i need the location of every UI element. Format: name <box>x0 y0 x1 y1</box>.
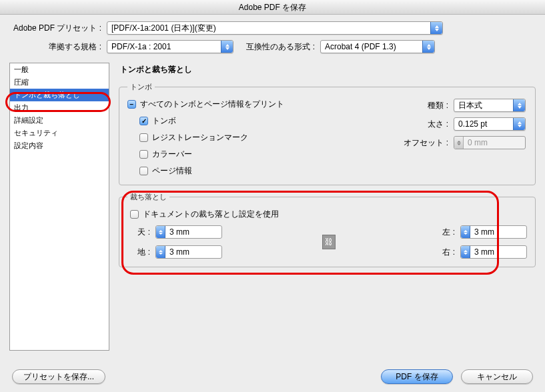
bleed-group: 裁ち落とし ドキュメントの裁ち落とし設定を使用 天 : 3 mm ⛓ 左 : 3… <box>119 192 536 267</box>
sidebar-item-output[interactable]: 出力 <box>10 101 109 114</box>
colorbars-checkbox[interactable] <box>139 150 148 159</box>
print-all-label: すべてのトンボとページ情報をプリント <box>140 99 284 110</box>
bleed-bottom-field[interactable]: 3 mm <box>155 245 222 259</box>
registration-label: レジストレーションマーク <box>152 132 248 143</box>
compat-value: Acrobat 4 (PDF 1.3) <box>321 42 422 51</box>
mark-weight-label: 太さ : <box>404 119 448 130</box>
standard-value: PDF/X-1a : 2001 <box>107 42 221 51</box>
preset-value: [PDF/X-1a:2001 (日本)](変更) <box>107 23 430 34</box>
bleed-top-label: 天 : <box>130 227 150 238</box>
stepper-icon <box>156 226 165 238</box>
standard-label: 準拠する規格 : <box>0 41 107 53</box>
mark-offset-field: 0 mm <box>454 136 526 149</box>
bleed-top-value: 3 mm <box>165 227 203 237</box>
colorbars-label: カラーバー <box>152 149 192 160</box>
bleed-left-field[interactable]: 3 mm <box>460 225 527 239</box>
sidebar-item-marks-bleeds[interactable]: トンボと裁ち落とし <box>10 89 109 101</box>
updown-icon <box>221 41 233 53</box>
mark-offset-label: オフセット : <box>404 137 448 149</box>
mark-weight-value: 0.125 pt <box>454 119 513 129</box>
bleed-top-field[interactable]: 3 mm <box>155 225 222 239</box>
bleed-legend: 裁ち落とし <box>127 192 169 202</box>
preset-dropdown[interactable]: [PDF/X-1a:2001 (日本)](変更) <box>107 21 443 35</box>
bleed-right-label: 右 : <box>435 247 455 258</box>
window-title: Adobe PDF を保存 <box>0 0 545 15</box>
mark-offset-value: 0 mm <box>464 138 501 147</box>
pageinfo-label: ページ情報 <box>152 165 192 177</box>
cancel-button[interactable]: キャンセル <box>461 369 533 384</box>
bleed-left-value: 3 mm <box>470 227 508 237</box>
use-doc-bleed-checkbox[interactable] <box>130 210 139 219</box>
link-icon[interactable]: ⛓ <box>322 235 336 249</box>
bleed-right-value: 3 mm <box>470 247 508 257</box>
category-sidebar[interactable]: 一般 圧縮 トンボと裁ち落とし 出力 詳細設定 セキュリティ 設定内容 <box>9 63 109 351</box>
use-doc-bleed-label: ドキュメントの裁ち落とし設定を使用 <box>143 209 279 220</box>
bleed-bottom-label: 地 : <box>130 247 150 258</box>
mark-type-dropdown[interactable]: 日本式 <box>454 99 526 112</box>
marks-group: トンボ すべてのトンボとページ情報をプリント トンボ レジストレーションマーク … <box>119 82 536 185</box>
updown-icon <box>422 41 434 53</box>
print-all-checkbox[interactable] <box>127 100 136 109</box>
panel-heading: トンボと裁ち落とし <box>120 64 536 75</box>
mark-weight-dropdown[interactable]: 0.125 pt <box>454 117 526 131</box>
mark-type-value: 日本式 <box>454 100 513 111</box>
stepper-icon <box>454 137 464 149</box>
stepper-icon <box>156 246 165 258</box>
sidebar-item-summary[interactable]: 設定内容 <box>10 139 109 152</box>
save-preset-button[interactable]: プリセットを保存... <box>12 369 105 384</box>
mark-type-label: 種類 : <box>404 100 448 111</box>
updown-icon <box>513 118 525 130</box>
updown-icon <box>513 99 525 111</box>
sidebar-item-general[interactable]: 一般 <box>10 63 109 76</box>
bleed-bottom-value: 3 mm <box>165 247 203 257</box>
sidebar-item-compression[interactable]: 圧縮 <box>10 76 109 89</box>
compat-label: 互換性のある形式 : <box>233 41 320 53</box>
sidebar-item-advanced[interactable]: 詳細設定 <box>10 114 109 127</box>
registration-checkbox[interactable] <box>139 133 148 142</box>
bleed-left-label: 左 : <box>435 227 455 238</box>
trim-checkbox[interactable] <box>139 117 148 125</box>
bleed-right-field[interactable]: 3 mm <box>460 245 527 259</box>
save-pdf-button[interactable]: PDF を保存 <box>381 369 453 384</box>
standard-dropdown[interactable]: PDF/X-1a : 2001 <box>107 40 233 53</box>
updown-icon <box>430 22 442 34</box>
trim-label: トンボ <box>152 115 176 127</box>
preset-label: Adobe PDF プリセット : <box>0 23 107 34</box>
compat-dropdown[interactable]: Acrobat 4 (PDF 1.3) <box>320 40 435 53</box>
stepper-icon <box>461 246 470 258</box>
pageinfo-checkbox[interactable] <box>139 167 148 175</box>
stepper-icon <box>461 226 470 238</box>
sidebar-item-security[interactable]: セキュリティ <box>10 127 109 139</box>
marks-legend: トンボ <box>127 82 155 92</box>
